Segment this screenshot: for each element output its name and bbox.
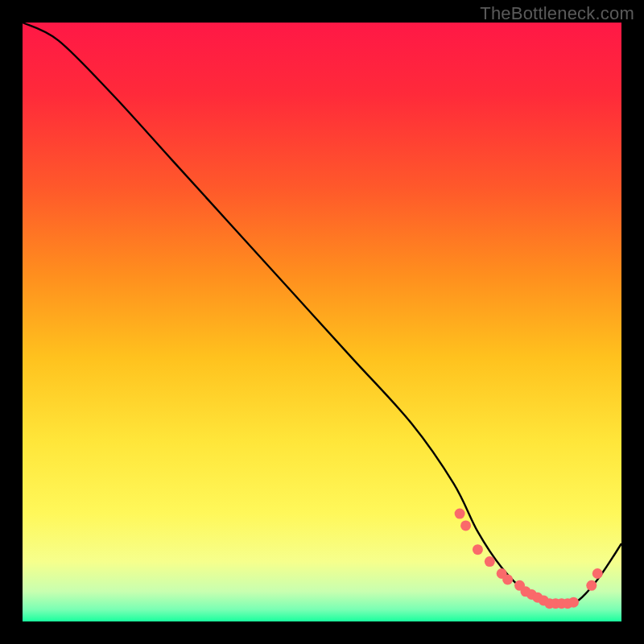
chart-frame: TheBottleneck.com: [0, 0, 644, 644]
plot-area: [23, 23, 621, 621]
valley-dot: [592, 568, 603, 579]
valley-dot: [568, 597, 579, 608]
valley-dot: [502, 574, 513, 584]
chart-svg: [23, 23, 621, 621]
valley-dot: [485, 556, 495, 567]
watermark-text: TheBottleneck.com: [480, 3, 634, 24]
valley-dot: [460, 520, 471, 530]
chart-background: [23, 23, 621, 621]
valley-dot: [455, 509, 465, 519]
valley-dot: [586, 580, 597, 591]
valley-dot: [473, 544, 483, 555]
